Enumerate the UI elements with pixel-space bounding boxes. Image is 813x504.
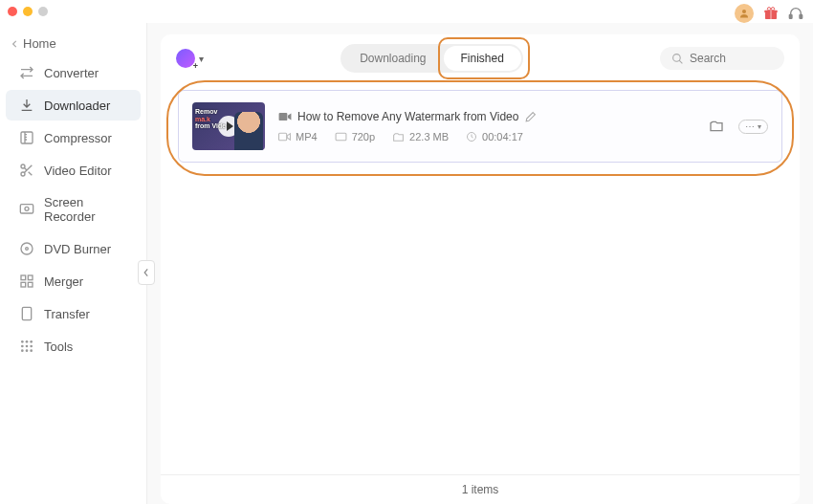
meta-resolution: 720p bbox=[335, 131, 375, 142]
svg-rect-32 bbox=[336, 133, 346, 141]
open-folder-button[interactable] bbox=[706, 118, 727, 135]
item-title-row: How to Remove Any Watermark from Video bbox=[278, 110, 692, 123]
item-actions: ⋯ ▾ bbox=[706, 118, 768, 135]
thumbnail-overlay-text: Removma.kfrom Vide bbox=[195, 108, 226, 130]
user-avatar[interactable] bbox=[735, 4, 754, 23]
sidebar-item-label: Compressor bbox=[44, 131, 112, 145]
svg-point-10 bbox=[21, 172, 25, 176]
transfer-icon bbox=[19, 306, 34, 321]
panel-header: ▾ Downloading Finished bbox=[161, 34, 800, 80]
window-titlebar bbox=[0, 0, 813, 23]
item-info: How to Remove Any Watermark from Video M… bbox=[278, 110, 692, 142]
downloader-panel: ▾ Downloading Finished Removm bbox=[161, 34, 800, 504]
items-count: 1 items bbox=[462, 483, 499, 496]
chevron-left-icon bbox=[143, 268, 149, 277]
svg-point-22 bbox=[30, 340, 33, 343]
video-icon bbox=[278, 111, 292, 122]
sidebar-item-video-editor[interactable]: Video Editor bbox=[6, 155, 141, 186]
search-input[interactable] bbox=[690, 52, 773, 65]
sidebar-item-compressor[interactable]: Compressor bbox=[6, 122, 141, 153]
close-window-button[interactable] bbox=[8, 7, 17, 16]
svg-point-24 bbox=[26, 345, 29, 348]
chevron-left-icon bbox=[11, 40, 19, 48]
svg-rect-15 bbox=[21, 275, 26, 280]
sidebar-item-label: DVD Burner bbox=[44, 242, 111, 256]
scissors-icon bbox=[19, 163, 34, 178]
link-icon bbox=[176, 49, 195, 68]
minimize-window-button[interactable] bbox=[23, 7, 33, 16]
items-list: Removma.kfrom Vide How to Remove Any Wat… bbox=[161, 80, 800, 172]
meta-duration: 00:04:17 bbox=[466, 131, 523, 142]
video-thumbnail: Removma.kfrom Vide bbox=[192, 102, 265, 150]
breadcrumb-home[interactable]: Home bbox=[0, 31, 146, 56]
sidebar-item-downloader[interactable]: Downloader bbox=[6, 90, 141, 121]
svg-point-13 bbox=[21, 243, 33, 254]
svg-point-4 bbox=[767, 8, 770, 11]
svg-rect-30 bbox=[279, 113, 288, 121]
main-area: ▾ Downloading Finished Removm bbox=[147, 23, 813, 504]
sidebar-item-tools[interactable]: Tools bbox=[6, 331, 141, 362]
topbar-actions bbox=[735, 4, 803, 23]
gift-icon[interactable] bbox=[763, 6, 779, 21]
svg-rect-16 bbox=[28, 275, 33, 280]
svg-rect-6 bbox=[789, 14, 792, 18]
sidebar-item-label: Merger bbox=[44, 274, 83, 289]
disc-icon bbox=[19, 241, 34, 256]
home-label: Home bbox=[23, 36, 56, 51]
converter-icon bbox=[19, 65, 34, 80]
svg-rect-19 bbox=[22, 307, 31, 319]
svg-point-21 bbox=[26, 340, 29, 343]
meta-size: 22.3 MB bbox=[392, 131, 449, 142]
chevron-down-icon: ▾ bbox=[758, 122, 761, 131]
tab-finished[interactable]: Finished bbox=[444, 46, 521, 71]
svg-rect-7 bbox=[800, 14, 802, 18]
svg-point-26 bbox=[21, 349, 24, 352]
svg-point-27 bbox=[26, 349, 29, 352]
svg-point-9 bbox=[21, 164, 25, 168]
download-item[interactable]: Removma.kfrom Vide How to Remove Any Wat… bbox=[178, 90, 782, 163]
ellipsis-icon: ⋯ bbox=[745, 121, 755, 132]
sidebar-item-transfer[interactable]: Transfer bbox=[6, 298, 141, 329]
svg-point-25 bbox=[30, 345, 33, 348]
grid-icon bbox=[19, 339, 34, 354]
chevron-down-icon: ▾ bbox=[199, 54, 204, 64]
add-link-button[interactable]: ▾ bbox=[176, 49, 204, 68]
svg-point-23 bbox=[21, 345, 24, 348]
svg-rect-3 bbox=[770, 11, 771, 19]
sidebar-collapse-button[interactable] bbox=[138, 260, 155, 285]
svg-point-28 bbox=[30, 349, 33, 352]
svg-rect-17 bbox=[21, 282, 26, 287]
recorder-icon bbox=[19, 202, 34, 217]
svg-point-14 bbox=[26, 248, 29, 251]
svg-point-5 bbox=[771, 8, 774, 11]
svg-point-29 bbox=[673, 54, 681, 61]
svg-point-0 bbox=[742, 10, 746, 13]
sidebar-item-label: Screen Recorder bbox=[44, 195, 127, 224]
panel-footer: 1 items bbox=[161, 474, 800, 504]
item-meta-row: MP4 720p 22.3 MB bbox=[278, 131, 692, 142]
support-icon[interactable] bbox=[788, 6, 803, 21]
sidebar-item-merger[interactable]: Merger bbox=[6, 266, 141, 296]
item-title: How to Remove Any Watermark from Video bbox=[297, 110, 518, 123]
sidebar-item-label: Transfer bbox=[44, 307, 90, 321]
sidebar-item-label: Video Editor bbox=[44, 164, 112, 178]
svg-rect-11 bbox=[20, 205, 33, 213]
svg-rect-18 bbox=[28, 282, 33, 287]
sidebar-item-label: Converter bbox=[44, 66, 99, 80]
edit-icon[interactable] bbox=[524, 111, 537, 123]
downloader-icon bbox=[19, 98, 34, 113]
more-actions-button[interactable]: ⋯ ▾ bbox=[738, 120, 768, 134]
sidebar-item-converter[interactable]: Converter bbox=[6, 57, 141, 88]
meta-format: MP4 bbox=[278, 131, 318, 142]
maximize-window-button[interactable] bbox=[38, 7, 48, 16]
compressor-icon bbox=[19, 130, 34, 145]
search-box[interactable] bbox=[660, 47, 784, 70]
sidebar-item-screen-recorder[interactable]: Screen Recorder bbox=[6, 187, 141, 231]
folder-icon bbox=[709, 120, 724, 133]
tab-downloading[interactable]: Downloading bbox=[342, 46, 443, 71]
svg-point-20 bbox=[21, 340, 24, 343]
merger-icon bbox=[19, 274, 34, 289]
sidebar-item-label: Downloader bbox=[44, 99, 110, 113]
svg-rect-31 bbox=[279, 133, 287, 141]
sidebar-item-dvd-burner[interactable]: DVD Burner bbox=[6, 233, 141, 264]
